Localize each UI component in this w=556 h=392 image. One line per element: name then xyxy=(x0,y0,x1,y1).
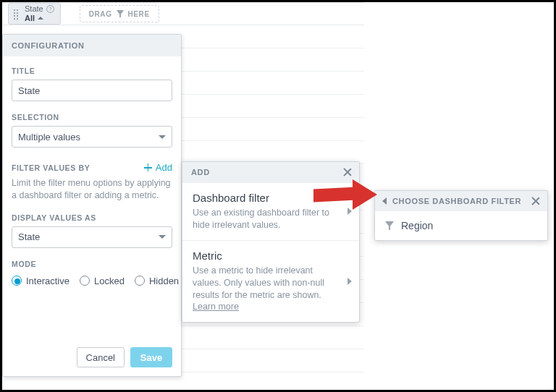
display-values-value: State xyxy=(18,231,40,242)
mode-radio-group: Interactive Locked Hidden xyxy=(12,276,172,286)
add-link-text: Add xyxy=(156,162,172,173)
mode-label: MODE xyxy=(12,260,172,268)
radio-icon xyxy=(12,276,22,286)
help-icon[interactable]: ? xyxy=(46,5,54,13)
selection-value: Multiple values xyxy=(18,132,80,142)
title-input[interactable]: State xyxy=(12,80,172,101)
close-icon[interactable] xyxy=(343,168,352,176)
selection-select[interactable]: Multiple values xyxy=(12,126,172,148)
chevron-down-icon xyxy=(159,235,166,239)
filter-pill-state[interactable]: State ? All xyxy=(8,3,61,25)
radio-icon xyxy=(135,276,145,286)
mode-radio-label: Interactive xyxy=(26,276,70,286)
mode-radio-interactive[interactable]: Interactive xyxy=(12,276,70,286)
chevron-right-icon xyxy=(348,278,352,285)
caret-up-icon xyxy=(38,17,43,20)
cancel-button[interactable]: Cancel xyxy=(77,347,125,367)
filter-icon xyxy=(385,221,394,230)
selection-label: SELECTION xyxy=(12,113,172,122)
configuration-header: CONFIGURATION xyxy=(3,35,181,56)
chevron-right-icon xyxy=(348,208,352,215)
chevron-down-icon xyxy=(159,135,166,139)
learn-more-link[interactable]: Learn more xyxy=(193,302,239,312)
radio-icon xyxy=(80,276,90,286)
choose-filter-option-label: Region xyxy=(401,220,433,231)
add-popover-header: ADD xyxy=(191,168,210,176)
filter-dropzone[interactable]: DRAG HERE xyxy=(80,5,159,22)
display-values-label: DISPLAY VALUES AS xyxy=(12,213,172,222)
dashboard-filter-bar: State ? All DRAG HERE xyxy=(2,2,364,25)
add-option-title: Metric xyxy=(193,250,349,262)
add-option-metric[interactable]: Metric Use a metric to hide irrelevant v… xyxy=(182,240,359,323)
dropzone-text-right: HERE xyxy=(128,10,150,18)
back-icon[interactable] xyxy=(382,197,387,205)
add-popover: ADD Dashboard filter Use an existing das… xyxy=(182,161,360,323)
mode-radio-locked[interactable]: Locked xyxy=(80,276,125,286)
add-filter-values-link[interactable]: Add xyxy=(143,162,172,173)
filter-values-by-help: Limit the filter menu options by applyin… xyxy=(12,177,172,202)
filter-icon xyxy=(117,10,124,17)
close-icon[interactable] xyxy=(531,197,540,205)
plus-icon xyxy=(143,163,153,172)
title-label: TITLE xyxy=(12,67,172,75)
display-values-select[interactable]: State xyxy=(12,226,172,248)
add-option-dashboard-filter[interactable]: Dashboard filter Use an existing dashboa… xyxy=(182,182,359,240)
choose-filter-option-region[interactable]: Region xyxy=(375,211,547,240)
dropzone-text-left: DRAG xyxy=(89,10,112,18)
configuration-panel: CONFIGURATION TITLE State SELECTION Mult… xyxy=(2,34,182,377)
save-button[interactable]: Save xyxy=(130,347,172,367)
mode-radio-hidden[interactable]: Hidden xyxy=(135,276,179,286)
add-option-desc: Use a metric to hide irrelevant values. … xyxy=(193,265,349,314)
drag-grip-icon xyxy=(13,9,19,20)
mode-radio-label: Hidden xyxy=(149,276,179,286)
title-input-value: State xyxy=(18,85,40,96)
add-option-desc: Use an existing dashboard filter to hide… xyxy=(193,207,349,231)
filter-pill-label: State xyxy=(25,4,43,14)
filter-values-by-label: FILTER VALUES BY xyxy=(12,163,90,172)
mode-radio-label: Locked xyxy=(94,276,125,286)
add-option-title: Dashboard filter xyxy=(193,192,349,204)
filter-pill-value: All xyxy=(25,14,35,23)
choose-filter-header: CHOOSE DASHBOARD FILTER xyxy=(392,197,521,205)
choose-dashboard-filter-panel: CHOOSE DASHBOARD FILTER Region xyxy=(374,190,548,241)
